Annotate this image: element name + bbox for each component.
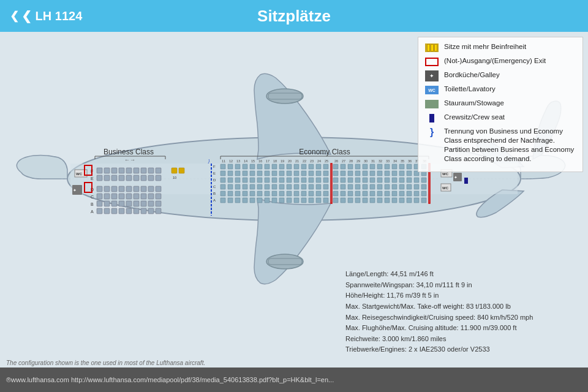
svg-rect-193 xyxy=(294,198,299,203)
svg-rect-276 xyxy=(333,198,338,203)
svg-rect-172 xyxy=(257,191,262,196)
svg-rect-107 xyxy=(250,164,255,169)
svg-text:33: 33 xyxy=(386,159,390,163)
svg-rect-141 xyxy=(265,178,270,183)
svg-rect-104 xyxy=(228,164,233,169)
svg-rect-57 xyxy=(97,201,102,206)
svg-rect-278 xyxy=(348,198,353,203)
svg-rect-34 xyxy=(148,175,154,181)
svg-rect-183 xyxy=(221,198,225,203)
svg-rect-77 xyxy=(179,168,184,173)
svg-rect-170 xyxy=(243,191,247,196)
svg-rect-133 xyxy=(323,171,328,176)
svg-rect-267 xyxy=(363,191,368,196)
svg-rect-4 xyxy=(268,93,302,99)
svg-text:WC: WC xyxy=(442,186,449,190)
svg-rect-113 xyxy=(294,164,299,169)
svg-rect-197 xyxy=(323,198,328,203)
svg-rect-269 xyxy=(377,191,382,196)
svg-rect-227 xyxy=(355,171,360,176)
svg-text:26: 26 xyxy=(334,159,338,163)
svg-rect-231 xyxy=(385,171,390,176)
svg-rect-124 xyxy=(257,171,262,176)
svg-rect-52 xyxy=(134,194,139,199)
svg-rect-62 xyxy=(134,201,139,206)
svg-rect-165 xyxy=(323,184,328,189)
svg-rect-55 xyxy=(156,194,161,199)
svg-rect-224 xyxy=(333,171,338,176)
svg-rect-164 xyxy=(316,184,321,189)
svg-rect-106 xyxy=(243,164,247,169)
spec-line-5: Max. Flughöhe/Max. Cruising altitude: 11… xyxy=(345,323,578,334)
main-content: F 1 2 3 4 5 6 7 8 9 xyxy=(0,32,588,392)
svg-rect-282 xyxy=(377,198,382,203)
svg-rect-249 xyxy=(421,178,426,183)
svg-text:WC: WC xyxy=(442,172,449,176)
svg-rect-121 xyxy=(235,171,240,176)
footer: ®www.lufthansa.com http://www.lufthansa.… xyxy=(0,368,588,392)
svg-rect-54 xyxy=(148,194,154,199)
svg-rect-31 xyxy=(126,175,132,181)
page-title: Sitzplätze xyxy=(257,7,331,26)
svg-rect-226 xyxy=(348,171,353,176)
svg-text:31: 31 xyxy=(371,159,375,163)
spec-line-7: Triebwerke/Engines: 2 x IAE2530 oder/or … xyxy=(345,344,578,355)
svg-rect-242 xyxy=(370,178,375,183)
svg-rect-132 xyxy=(316,171,321,176)
svg-text:36: 36 xyxy=(408,159,412,163)
svg-rect-123 xyxy=(250,171,255,176)
svg-rect-188 xyxy=(257,198,262,203)
svg-rect-109 xyxy=(265,164,270,169)
legend-crew: Crewsitz/Crew seat xyxy=(424,113,576,124)
svg-rect-212 xyxy=(341,164,345,169)
svg-rect-59 xyxy=(111,201,117,206)
svg-rect-217 xyxy=(377,164,382,169)
svg-rect-155 xyxy=(250,184,255,189)
back-icon: ❮ xyxy=(10,9,19,23)
svg-rect-163 xyxy=(309,184,314,189)
svg-rect-64 xyxy=(148,201,154,206)
svg-rect-191 xyxy=(279,198,284,203)
svg-rect-250 xyxy=(333,184,338,189)
svg-rect-160 xyxy=(287,184,292,189)
svg-rect-38 xyxy=(104,186,110,192)
svg-rect-14 xyxy=(141,168,146,173)
legend-extra-legroom-label: Sitze mit mehr Beinfreiheit xyxy=(444,42,526,51)
svg-rect-131 xyxy=(309,171,314,176)
svg-rect-245 xyxy=(392,178,397,183)
svg-rect-261 xyxy=(414,184,419,189)
spec-line-2: Höhe/Height: 11,76 m/39 ft 5 in xyxy=(345,290,578,301)
legend-galley: ✦ Bordküche/Galley xyxy=(424,70,576,81)
legend-exit: (Not-)Ausgang/(Emergency) Exit xyxy=(424,56,576,67)
svg-text:A: A xyxy=(213,198,216,202)
svg-rect-49 xyxy=(111,194,117,199)
svg-rect-180 xyxy=(316,191,321,196)
legend-crew-label: Crewsitz/Crew seat xyxy=(444,113,505,122)
svg-rect-144 xyxy=(287,178,292,183)
svg-rect-264 xyxy=(341,191,345,196)
svg-rect-184 xyxy=(228,198,233,203)
svg-rect-39 xyxy=(111,186,117,192)
svg-rect-218 xyxy=(385,164,390,169)
back-button[interactable]: ❮ ❮ LH 1124 xyxy=(10,9,82,23)
svg-rect-243 xyxy=(377,178,382,183)
svg-rect-287 xyxy=(414,198,419,203)
svg-rect-174 xyxy=(272,191,277,196)
svg-rect-233 xyxy=(399,171,404,176)
svg-text:35: 35 xyxy=(401,159,404,163)
svg-text:D: D xyxy=(213,178,216,182)
svg-rect-61 xyxy=(126,201,132,206)
svg-text:✦: ✦ xyxy=(454,175,458,179)
svg-rect-114 xyxy=(301,164,306,169)
svg-rect-253 xyxy=(355,184,360,189)
svg-rect-178 xyxy=(301,191,306,196)
svg-text:A: A xyxy=(91,209,94,214)
svg-rect-239 xyxy=(348,178,353,183)
svg-rect-8 xyxy=(97,168,102,173)
svg-rect-270 xyxy=(385,191,390,196)
svg-rect-281 xyxy=(370,198,375,203)
legend-storage: Stauraum/Stowage xyxy=(424,99,576,110)
svg-text:28: 28 xyxy=(349,159,353,163)
spec-line-0: Länge/Length: 44,51 m/146 ft xyxy=(345,269,578,280)
svg-rect-140 xyxy=(257,178,262,183)
